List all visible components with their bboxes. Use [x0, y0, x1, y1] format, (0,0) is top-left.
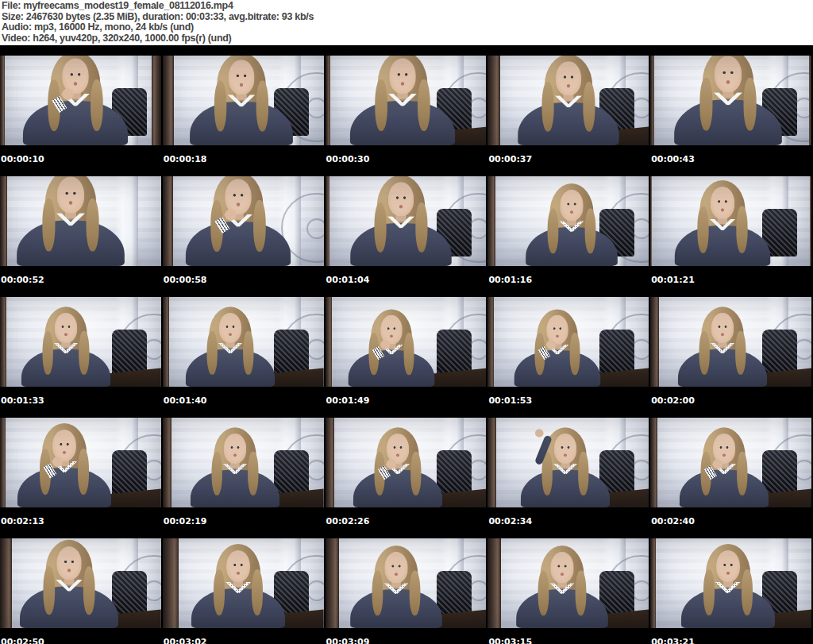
fan-outline-icon [281, 434, 324, 504]
person-figure [668, 426, 781, 507]
face [387, 434, 410, 464]
hair-strand-right [743, 78, 756, 131]
white-column [277, 418, 301, 507]
striped-cuff [44, 464, 57, 479]
fan-outline-icon [281, 555, 324, 625]
desk-edge [240, 363, 323, 387]
hair-strand-left [210, 200, 223, 252]
hair [45, 176, 96, 253]
face [711, 313, 734, 343]
door-frame-left [487, 176, 495, 266]
hair-strand-right [737, 206, 748, 253]
hair [706, 544, 750, 617]
hair-strand-right [252, 569, 263, 615]
timestamp-bar: 00:00:30 [326, 145, 488, 166]
neck [567, 216, 576, 226]
person-figure [179, 426, 292, 507]
timestamp-bar: 00:01:04 [326, 266, 488, 287]
neck [230, 459, 239, 468]
neck [553, 340, 561, 349]
white-column [602, 538, 626, 628]
white-collar [224, 214, 252, 227]
door-frame-left [650, 176, 652, 266]
face [553, 434, 576, 464]
person-figure [171, 176, 305, 266]
hair [549, 183, 593, 255]
face [388, 182, 414, 216]
face [225, 179, 252, 214]
face [550, 552, 573, 583]
thumbnail-image [163, 538, 324, 628]
sweater-body [190, 102, 293, 145]
hair-strand-left [699, 331, 710, 375]
thumbnail-image [650, 297, 811, 387]
hair [217, 56, 266, 133]
hair-strand-left [541, 82, 553, 132]
door-frame-left [163, 56, 174, 145]
timestamp-bar: 00:02:40 [650, 507, 813, 528]
desk-edge [728, 604, 811, 628]
timestamp-label: 00:01:53 [488, 395, 532, 406]
curtain-background [326, 297, 487, 387]
hair-strand-right [78, 449, 89, 495]
white-column [277, 56, 301, 145]
person-figure [10, 305, 123, 387]
sweater-body [514, 350, 600, 387]
desk-edge [77, 484, 160, 507]
hair [544, 427, 586, 496]
curtain-background [487, 418, 649, 507]
hair-strand-right [569, 333, 580, 375]
fan-outline-icon [606, 555, 649, 625]
white-column [765, 176, 788, 266]
door-frame-left [326, 297, 332, 387]
fan-outline-icon [443, 434, 486, 504]
face [556, 61, 581, 95]
hair-strand-right [410, 452, 421, 496]
face [56, 546, 81, 580]
fan-outline-icon [281, 314, 324, 384]
thumbnail-grid: 00:00:10 [0, 45, 813, 644]
hair [703, 427, 746, 496]
white-column [602, 418, 626, 507]
white-column [277, 176, 301, 266]
white-collar [559, 221, 584, 232]
thumbnail-cell: 00:02:26 [326, 407, 488, 528]
fan-outline-icon [443, 193, 486, 263]
desk-edge [565, 484, 649, 507]
thumbnail-image [0, 56, 161, 145]
timestamp-bar: 00:00:58 [163, 266, 326, 287]
person-figure [337, 176, 465, 266]
neck [237, 90, 247, 100]
fan-outline-icon [443, 314, 486, 384]
curtain-background [487, 56, 649, 145]
hair [216, 544, 260, 617]
face [55, 313, 78, 343]
hair-strand-left [214, 81, 226, 132]
timestamp-bar: 00:00:52 [0, 266, 163, 287]
office-chair [437, 209, 472, 256]
sweater-body [350, 223, 451, 266]
striped-cuff [538, 346, 550, 360]
neck [393, 459, 402, 468]
timestamp-bar: 00:02:00 [650, 387, 813, 407]
hair [51, 56, 101, 133]
neck [397, 88, 407, 98]
person-figure [503, 544, 620, 628]
timestamp-bar: 00:01:53 [487, 387, 650, 407]
hair-strand-left [374, 452, 384, 496]
hair-strand-left [207, 331, 218, 375]
thumbnail-cell: 00:00:10 [0, 45, 163, 166]
hair [700, 180, 746, 255]
hair-strand-left [40, 449, 51, 495]
white-column [602, 56, 626, 145]
office-chair [112, 88, 147, 136]
neck [391, 578, 401, 588]
person-figure [503, 308, 612, 387]
white-column [114, 176, 138, 266]
door-frame-left [326, 176, 329, 266]
sweater-body [191, 588, 285, 628]
thumbnail-cell: 00:01:21 [650, 166, 813, 287]
timestamp-bar: 00:03:09 [326, 628, 488, 644]
thumbnail-image [650, 56, 811, 145]
curtain-background [163, 538, 324, 628]
